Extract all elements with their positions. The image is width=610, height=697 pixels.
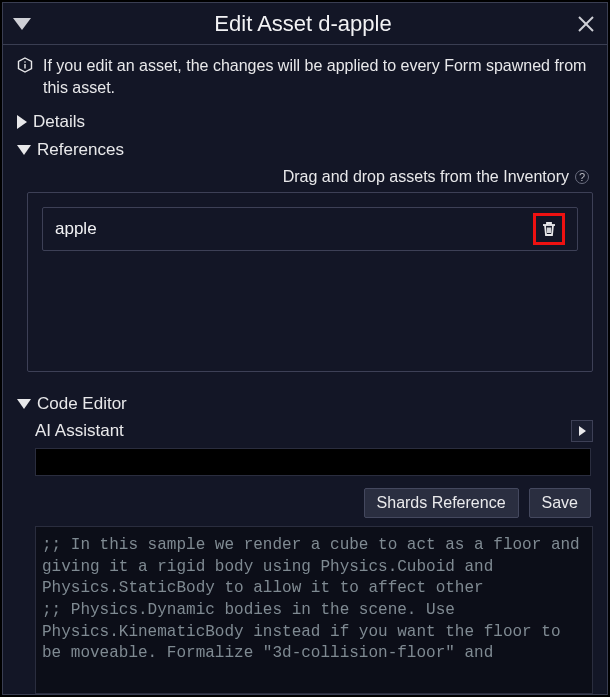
- panel-collapse-toggle[interactable]: [13, 18, 31, 30]
- svg-point-3: [24, 61, 26, 63]
- panel-title: Edit Asset d-apple: [31, 11, 575, 37]
- code-textarea[interactable]: ;; In this sample we render a cube to ac…: [35, 526, 593, 694]
- titlebar: Edit Asset d-apple: [3, 3, 607, 45]
- close-button[interactable]: [575, 13, 597, 35]
- shards-reference-button[interactable]: Shards Reference: [364, 488, 519, 518]
- code-editor-buttons: Shards Reference Save: [17, 488, 591, 518]
- code-editor-header[interactable]: Code Editor: [17, 394, 593, 414]
- ai-assistant-row: AI Assistant: [35, 420, 593, 442]
- references-dropzone[interactable]: apple: [27, 192, 593, 372]
- chevron-down-icon: [17, 399, 31, 409]
- delete-reference-button[interactable]: [533, 213, 565, 245]
- reference-name: apple: [55, 219, 533, 239]
- panel-body: If you edit an asset, the changes will b…: [3, 45, 607, 694]
- reference-item[interactable]: apple: [42, 207, 578, 251]
- references-label: References: [37, 140, 124, 160]
- ai-assistant-label: AI Assistant: [35, 421, 571, 441]
- ai-assistant-input[interactable]: [35, 448, 591, 476]
- save-button[interactable]: Save: [529, 488, 591, 518]
- references-hint: Drag and drop assets from the Inventory: [283, 168, 569, 186]
- info-icon: [17, 57, 33, 73]
- references-hint-row: Drag and drop assets from the Inventory …: [17, 168, 589, 186]
- code-editor-section: Code Editor AI Assistant Shards Referenc…: [17, 390, 593, 694]
- info-message: If you edit an asset, the changes will b…: [17, 55, 593, 98]
- edit-asset-panel: Edit Asset d-apple If you edit an asset,…: [2, 2, 608, 695]
- help-icon[interactable]: ?: [575, 170, 589, 184]
- details-header[interactable]: Details: [17, 112, 593, 132]
- references-header[interactable]: References: [17, 140, 593, 160]
- info-text: If you edit an asset, the changes will b…: [43, 55, 593, 98]
- trash-icon: [540, 220, 558, 238]
- close-icon: [577, 15, 595, 33]
- ai-run-button[interactable]: [571, 420, 593, 442]
- chevron-right-icon: [17, 115, 27, 129]
- chevron-down-icon: [17, 145, 31, 155]
- play-icon: [579, 426, 586, 436]
- code-editor-label: Code Editor: [37, 394, 127, 414]
- details-label: Details: [33, 112, 85, 132]
